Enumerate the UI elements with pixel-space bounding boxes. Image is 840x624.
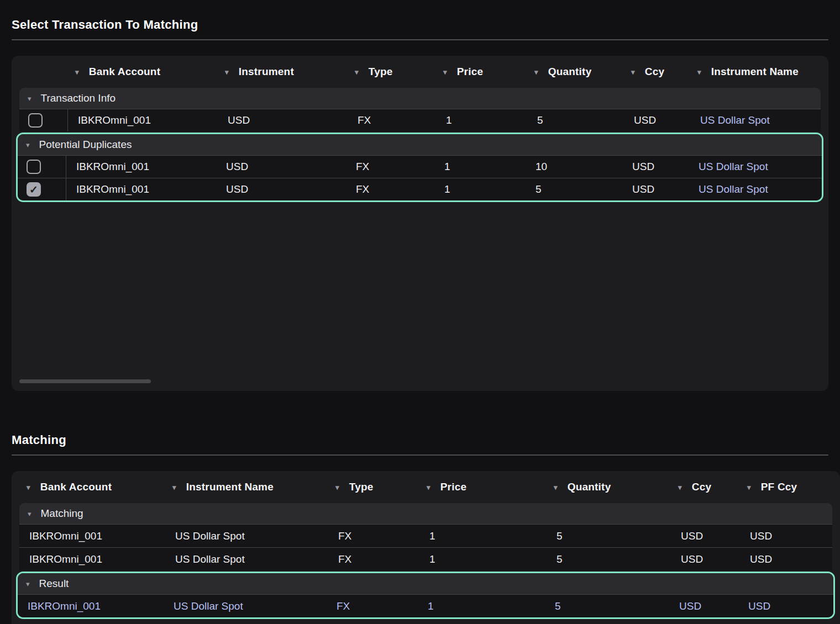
- cell-ccy: USD: [624, 114, 690, 126]
- cell-instrument-name: US Dollar Spot: [164, 600, 327, 612]
- column-header-quantity[interactable]: ▾ Quantity: [547, 481, 671, 493]
- transactions-table-header: ▾ Bank Account ▾ Instrument ▾ Type ▾ Pri…: [12, 56, 828, 88]
- column-header-type[interactable]: ▾ Type: [348, 66, 436, 78]
- cell-price: 1: [418, 600, 545, 612]
- group-header-result[interactable]: ▾ Result: [18, 573, 833, 594]
- cell-pf-ccy: USD: [740, 553, 832, 565]
- cell-quantity: 5: [547, 530, 671, 542]
- column-dropdown-icon[interactable]: ▾: [697, 68, 701, 76]
- table-row: IBKROmni_001 US Dollar Spot FX 1 5 USD U…: [19, 547, 832, 570]
- cell-bank-account: IBKROmni_001: [18, 600, 164, 612]
- cell-bank-account: IBKROmni_001: [19, 553, 165, 565]
- column-header-pf-ccy[interactable]: ▾ PF Ccy: [740, 481, 832, 493]
- cell-instrument-name-link[interactable]: US Dollar Spot: [689, 183, 822, 195]
- column-header-price[interactable]: ▾ Price: [436, 66, 527, 78]
- column-label: Price: [440, 481, 466, 493]
- column-dropdown-icon[interactable]: ▾: [75, 68, 79, 76]
- cell-pf-ccy: USD: [740, 530, 832, 542]
- column-dropdown-icon[interactable]: ▾: [172, 484, 176, 491]
- group-label: Matching: [41, 507, 83, 520]
- cell-quantity: 5: [526, 183, 622, 195]
- column-label: Instrument: [239, 66, 294, 78]
- row-checkbox[interactable]: [28, 113, 43, 128]
- cell-ccy: USD: [622, 161, 689, 173]
- column-label: Type: [369, 66, 393, 78]
- horizontal-scrollbar-thumb[interactable]: [19, 379, 151, 383]
- cell-type: FX: [346, 161, 434, 173]
- column-dropdown-icon[interactable]: ▾: [225, 68, 229, 76]
- cell-ccy: USD: [671, 553, 740, 565]
- column-header-instrument[interactable]: ▾ Instrument: [218, 66, 348, 78]
- column-label: Bank Account: [89, 66, 160, 78]
- column-header-ccy[interactable]: ▾ Ccy: [671, 481, 740, 493]
- cell-instrument-name-link[interactable]: US Dollar Spot: [689, 161, 822, 173]
- cell-ccy: USD: [622, 183, 689, 195]
- group-header-potential-duplicates[interactable]: ▾ Potential Duplicates: [18, 134, 822, 155]
- cell-bank-account: IBKROmni_001: [66, 183, 216, 195]
- section-divider: [12, 454, 828, 456]
- column-label: Quantity: [548, 66, 592, 78]
- column-header-price[interactable]: ▾ Price: [419, 481, 547, 493]
- column-dropdown-icon[interactable]: ▾: [355, 68, 359, 76]
- column-dropdown-icon[interactable]: ▾: [678, 484, 682, 491]
- section-divider: [12, 39, 828, 40]
- cell-type: FX: [348, 114, 436, 126]
- column-label: Instrument Name: [186, 481, 274, 493]
- column-header-quantity[interactable]: ▾ Quantity: [527, 66, 624, 78]
- column-label: Bank Account: [40, 481, 112, 493]
- group-label: Potential Duplicates: [39, 139, 132, 151]
- column-dropdown-icon[interactable]: ▾: [335, 484, 339, 491]
- row-checkbox[interactable]: [27, 182, 41, 197]
- cell-instrument: USD: [218, 114, 348, 126]
- section-title-select-transaction: Select Transaction To Matching: [12, 0, 828, 32]
- column-dropdown-icon[interactable]: ▾: [534, 68, 538, 76]
- column-header-instrument-name[interactable]: ▾ Instrument Name: [165, 481, 328, 493]
- column-dropdown-icon[interactable]: ▾: [554, 484, 558, 491]
- cell-pf-ccy: USD: [738, 600, 833, 612]
- collapse-group-icon[interactable]: ▾: [26, 141, 30, 149]
- column-header-bank-account[interactable]: ▾ Bank Account: [19, 481, 165, 493]
- column-dropdown-icon[interactable]: ▾: [27, 484, 30, 491]
- column-dropdown-icon[interactable]: ▾: [631, 68, 635, 76]
- cell-instrument: USD: [216, 161, 346, 173]
- column-label: Ccy: [645, 66, 664, 78]
- column-dropdown-icon[interactable]: ▾: [747, 484, 751, 491]
- table-row[interactable]: IBKROmni_001 USD FX 1 5 USD US Dollar Sp…: [19, 109, 821, 131]
- cell-bank-account: IBKROmni_001: [68, 114, 218, 126]
- checkbox-cell[interactable]: [18, 156, 66, 178]
- column-dropdown-icon[interactable]: ▾: [443, 68, 447, 76]
- group-label: Result: [39, 578, 69, 590]
- group-label: Transaction Info: [41, 92, 116, 104]
- cell-instrument-name-link[interactable]: US Dollar Spot: [690, 114, 821, 126]
- cell-instrument-name: US Dollar Spot: [165, 553, 328, 565]
- section-title-matching: Matching: [12, 391, 828, 447]
- checkbox-cell[interactable]: [19, 109, 68, 131]
- cell-price: 1: [434, 161, 526, 173]
- matching-table-body: ▾ Matching IBKROmni_001 US Dollar Spot F…: [19, 503, 832, 619]
- transactions-table-body: ▾ Transaction Info IBKROmni_001 USD FX 1…: [19, 88, 821, 202]
- column-header-instrument-name[interactable]: ▾ Instrument Name: [690, 66, 821, 78]
- cell-ccy: USD: [669, 600, 738, 612]
- cell-instrument-name: US Dollar Spot: [165, 530, 328, 542]
- collapse-group-icon[interactable]: ▾: [26, 580, 30, 588]
- cell-type: FX: [346, 183, 434, 195]
- column-header-type[interactable]: ▾ Type: [328, 481, 419, 493]
- checkbox-cell[interactable]: [18, 178, 66, 200]
- cell-quantity: 5: [527, 114, 624, 126]
- column-dropdown-icon[interactable]: ▾: [427, 484, 431, 491]
- group-header-transaction-info[interactable]: ▾ Transaction Info: [19, 88, 821, 109]
- collapse-group-icon[interactable]: ▾: [28, 95, 32, 102]
- cell-quantity: 5: [545, 600, 669, 612]
- table-row[interactable]: IBKROmni_001 USD FX 1 5 USD US Dollar Sp…: [18, 178, 822, 200]
- table-row[interactable]: IBKROmni_001 USD FX 1 10 USD US Dollar S…: [18, 155, 822, 178]
- column-label: Instrument Name: [711, 66, 799, 78]
- group-header-matching[interactable]: ▾ Matching: [19, 503, 832, 524]
- column-header-bank-account[interactable]: ▾ Bank Account: [68, 66, 218, 78]
- cell-bank-account: IBKROmni_001: [66, 161, 216, 173]
- cell-type: FX: [328, 553, 419, 565]
- cell-price: 1: [419, 553, 547, 565]
- column-header-ccy[interactable]: ▾ Ccy: [624, 66, 690, 78]
- collapse-group-icon[interactable]: ▾: [28, 510, 32, 517]
- row-checkbox[interactable]: [27, 160, 41, 174]
- cell-quantity: 5: [547, 553, 671, 565]
